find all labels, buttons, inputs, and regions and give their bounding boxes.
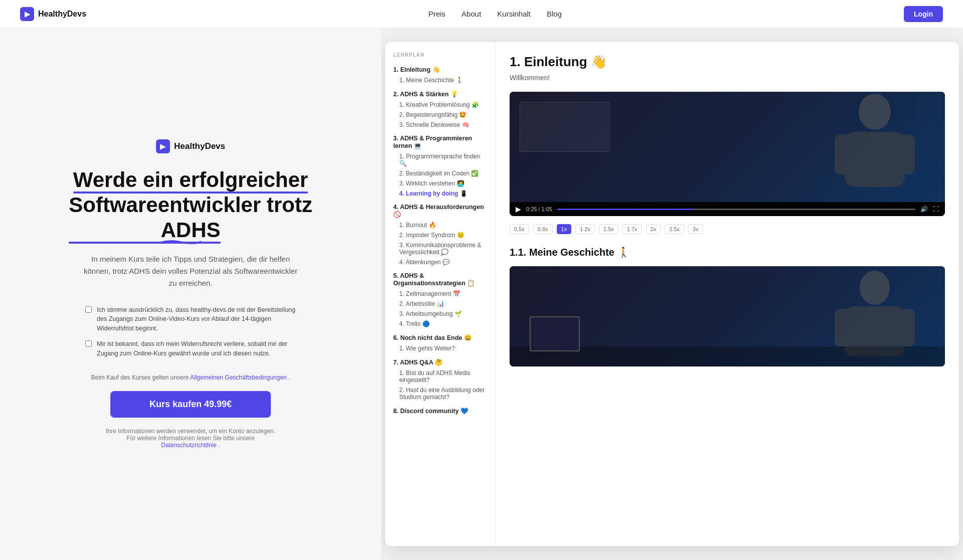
sidebar-item-1-1[interactable]: 1. Meine Geschichte 🚶 [385, 75, 495, 85]
sidebar-section-6-title[interactable]: 6. Noch nicht das Ende 😀 [385, 332, 495, 343]
logo-icon: ▶ [20, 7, 34, 21]
sidebar-item-4-2[interactable]: 2. Imposter Syndrom 😟 [385, 230, 495, 240]
play-button-1[interactable]: ▶ [516, 205, 521, 213]
agb-link[interactable]: Allgemeinen Geschäftsbedingungen [190, 374, 287, 381]
login-button[interactable]: Login [904, 6, 943, 22]
sidebar-section-3: 3. ADHS & Programmieren lernen 💻 1. Prog… [385, 133, 495, 199]
sidebar-section-1: 1. Einleitung 👋 1. Meine Geschichte 🚶 [385, 64, 495, 85]
sidebar-item-4-3[interactable]: 3. Kommunikationsprobleme & Vergesslichk… [385, 240, 495, 257]
monitor-hint [530, 316, 580, 351]
left-panel: ▶ HealthyDevs Werde ein erfolgreicher So… [0, 28, 381, 560]
sidebar-section-7-title[interactable]: 7. ADHS Q&A 🤔 [385, 356, 495, 368]
checkbox-item-1: Ich stimme ausdrücklich zu, dass healthy… [85, 305, 296, 333]
sidebar-item-6-1[interactable]: 1. Wie gehts Weiter? [385, 343, 495, 353]
sidebar-section-1-title[interactable]: 1. Einleitung 👋 [385, 64, 495, 75]
progress-bar-1[interactable] [557, 209, 915, 210]
progress-fill-1 [557, 209, 693, 210]
speed-2-5x[interactable]: 2.5x [665, 224, 684, 234]
svg-rect-7 [835, 309, 849, 346]
sidebar-section-6: 6. Noch nicht das Ende 😀 1. Wie gehts We… [385, 332, 495, 353]
sidebar-item-7-1[interactable]: 1. Bist du auf ADHS Medis eingestellt? [385, 368, 495, 385]
section-2-title: 1.1. Meine Geschichte 🚶 [510, 246, 945, 258]
right-panel: LEHRPLAN 1. Einleitung 👋 1. Meine Geschi… [381, 28, 963, 560]
logo-text: HealthyDevs [38, 10, 86, 19]
buy-button[interactable]: Kurs kaufen 49.99€ [110, 391, 271, 418]
nav-about[interactable]: About [461, 10, 481, 18]
sidebar-item-2-1[interactable]: 1. Kreative Problemlösung 🧩 [385, 100, 495, 110]
sidebar-item-7-2[interactable]: 2. Hast du eine Ausbildung oder Studium … [385, 385, 495, 402]
sidebar-item-2-3[interactable]: 3. Schnelle Denkweise 🧠 [385, 120, 495, 130]
sidebar-section-4-title[interactable]: 4. ADHS & Herausforderungen 🚫 [385, 202, 495, 220]
content-title: 1. Einleitung 👋 [510, 54, 945, 70]
navbar: ▶ HealthyDevs Preis About Kursinhalt Blo… [0, 0, 963, 28]
sidebar-item-3-2[interactable]: 2. Beständigkeit im Coden ✅ [385, 168, 495, 178]
speed-0-8x[interactable]: 0.8x [533, 224, 553, 234]
speed-2x[interactable]: 2x [646, 224, 661, 234]
video-time-1: 0:25 / 1:05 [526, 206, 552, 212]
sidebar-item-4-1[interactable]: 1. Burnout 🔥 [385, 220, 495, 230]
sidebar-item-4-4[interactable]: 4. Ablenkungen 💬 [385, 257, 495, 267]
speed-1x[interactable]: 1x [557, 224, 572, 234]
content-welcome: Willkommen! [510, 74, 945, 82]
video-player-2 [510, 266, 945, 366]
hero-brand-text: HealthyDevs [174, 141, 225, 151]
privacy-link[interactable]: Datenschutzrichtlinie [161, 442, 217, 449]
svg-rect-3 [835, 134, 850, 174]
nav-links: Preis About Kursinhalt Blog [428, 10, 562, 18]
svg-point-1 [859, 94, 891, 130]
checkbox-item-2: Mir ist bekannt, dass ich mein Widerrufs… [85, 339, 296, 358]
speed-controls: 0.5x 0.8x 1x 1.2x 1.5x 1.7x 2x 2.5x 3x [510, 224, 945, 234]
whiteboard-bg [520, 102, 610, 152]
hero-subtitle: In meinem Kurs teile ich Tipps und Strat… [80, 253, 301, 289]
sidebar-item-3-3[interactable]: 3. Wirklich verstehen 🧑‍💻 [385, 178, 495, 189]
speed-0-5x[interactable]: 0.5x [510, 224, 529, 234]
sidebar-section-2: 2. ADHS & Stärken 💡 1. Kreative Probleml… [385, 88, 495, 130]
speed-1-5x[interactable]: 1.5x [599, 224, 618, 234]
checkbox-2-label: Mir ist bekannt, dass ich mein Widerrufs… [97, 339, 296, 358]
nav-kursinhalt[interactable]: Kursinhalt [497, 10, 531, 18]
nav-preis[interactable]: Preis [428, 10, 445, 18]
sidebar-item-5-4[interactable]: 4. Trello 🔵 [385, 319, 495, 329]
sidebar-section-5: 5. ADHS & Organisationsstrategien 📋 1. Z… [385, 270, 495, 329]
sidebar-section-5-title[interactable]: 5. ADHS & Organisationsstrategien 📋 [385, 270, 495, 289]
checkbox-1[interactable] [85, 306, 92, 313]
svg-rect-4 [900, 134, 915, 174]
video-player-1: ▶ 0:25 / 1:05 🔊 ⛶ [510, 92, 945, 216]
sidebar-section-2-title[interactable]: 2. ADHS & Stärken 💡 [385, 88, 495, 100]
sidebar-item-5-2[interactable]: 2. Arbeitsstile 📊 [385, 299, 495, 309]
volume-button-1[interactable]: 🔊 [920, 206, 928, 213]
page-main: ▶ HealthyDevs Werde ein erfolgreicher So… [0, 28, 963, 560]
hero-logo-icon: ▶ [156, 139, 170, 153]
sidebar-item-5-3[interactable]: 3. Arbeitsumgebung 🌱 [385, 309, 495, 319]
sidebar-item-5-1[interactable]: 1. Zeitmanagement 📅 [385, 289, 495, 299]
sidebar-item-3-1[interactable]: 1. Programmiersprache finden 🔍 [385, 151, 495, 168]
lehrplan-label: LEHRPLAN [385, 52, 495, 64]
course-content: 1. Einleitung 👋 Willkommen! [496, 42, 959, 546]
sidebar-section-7: 7. ADHS Q&A 🤔 1. Bist du auf ADHS Medis … [385, 356, 495, 402]
speed-3x[interactable]: 3x [688, 224, 703, 234]
headline-line2: Softwareentwickler trotz ADHS [69, 193, 312, 242]
privacy-text: Ihre Informationen werden verwendet, um … [105, 428, 276, 449]
sidebar-section-3-title[interactable]: 3. ADHS & Programmieren lernen 💻 [385, 133, 495, 151]
agb-text: Beim Kauf des Kurses gelten unsere Allge… [91, 374, 290, 381]
video-controls-1: ▶ 0:25 / 1:05 🔊 ⛶ [510, 202, 945, 216]
svg-rect-8 [901, 309, 915, 346]
speed-1-7x[interactable]: 1.7x [622, 224, 642, 234]
hero-brand: ▶ HealthyDevs [156, 139, 225, 153]
sidebar-section-4: 4. ADHS & Herausforderungen 🚫 1. Burnout… [385, 202, 495, 267]
checkboxes-container: Ich stimme ausdrücklich zu, dass healthy… [85, 305, 296, 364]
video-thumbnail-1 [510, 92, 945, 202]
fullscreen-button-1[interactable]: ⛶ [933, 206, 939, 213]
sidebar-item-3-4[interactable]: 4. Learning by doing 📱 [385, 189, 495, 199]
svg-rect-2 [845, 132, 905, 187]
sidebar-item-2-2[interactable]: 2. Begeisterungsfähig 🤩 [385, 110, 495, 120]
sidebar-section-8-title[interactable]: 8. Discord community 💙 [385, 405, 495, 417]
svg-point-5 [860, 271, 890, 305]
headline-line1: Werde ein erfolgreicher [73, 168, 308, 192]
nav-blog[interactable]: Blog [547, 10, 562, 18]
speed-1-2x[interactable]: 1.2x [575, 224, 595, 234]
checkbox-2[interactable] [85, 340, 92, 347]
course-panel: LEHRPLAN 1. Einleitung 👋 1. Meine Geschi… [385, 42, 959, 546]
logo-link[interactable]: ▶ HealthyDevs [20, 7, 86, 21]
hero-headline: Werde ein erfolgreicher Softwareentwickl… [40, 167, 341, 243]
